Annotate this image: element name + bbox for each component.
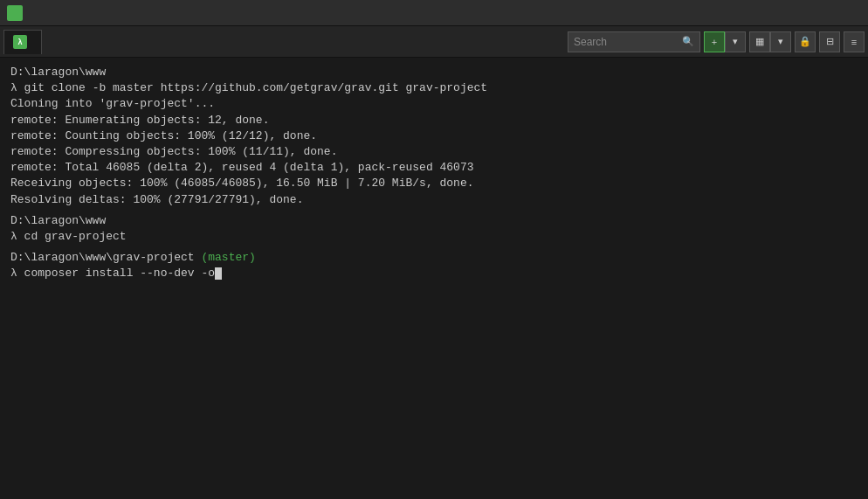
terminal-line: remote: Total 46085 (delta 2), reused 4 … <box>10 160 858 176</box>
search-input[interactable] <box>574 36 679 48</box>
terminal-line: Cloning into 'grav-project'... <box>10 96 858 112</box>
tab-dropdown-button[interactable]: ▾ <box>725 31 746 52</box>
terminal-line: D:\laragon\www <box>10 65 858 80</box>
search-icon: 🔍 <box>682 36 694 47</box>
tab-icon: λ <box>13 35 27 49</box>
terminal-line: Receiving objects: 100% (46085/46085), 1… <box>10 176 858 191</box>
toolbar-group: + ▾ <box>704 31 746 52</box>
app-icon <box>7 5 23 21</box>
terminal-line: remote: Enumerating objects: 12, done. <box>10 113 858 128</box>
tab-bar: λ 🔍 + ▾ ▦ ▾ 🔒 ⊟ ≡ <box>0 26 868 58</box>
search-box: 🔍 <box>568 31 700 52</box>
close-button[interactable] <box>821 0 861 26</box>
search-area: 🔍 + ▾ ▦ ▾ 🔒 ⊟ ≡ <box>568 31 865 52</box>
window-controls <box>737 0 861 26</box>
terminal-line: λ git clone -b master https://github.com… <box>10 80 858 96</box>
view-group: ▦ ▾ <box>749 31 791 52</box>
terminal-line: D:\laragon\www\grav-project (master) <box>10 250 858 266</box>
title-bar <box>0 0 868 26</box>
view-button[interactable]: ▦ <box>749 31 770 52</box>
view-dropdown-button[interactable]: ▾ <box>770 31 791 52</box>
terminal-line: remote: Compressing objects: 100% (11/11… <box>10 144 858 160</box>
terminal[interactable]: D:\laragon\wwwλ git clone -b master http… <box>0 58 868 499</box>
terminal-line: D:\laragon\www <box>10 213 858 229</box>
terminal-line: λ composer install --no-dev -o <box>10 266 858 281</box>
split-button[interactable]: ⊟ <box>819 31 840 52</box>
minimize-button[interactable] <box>737 0 777 26</box>
terminal-line: remote: Counting objects: 100% (12/12), … <box>10 128 858 144</box>
add-tab-button[interactable]: + <box>704 31 725 52</box>
terminal-line: λ cd grav-project <box>10 229 858 245</box>
tab-grav-project[interactable]: λ <box>3 30 42 54</box>
maximize-button[interactable] <box>779 0 819 26</box>
menu-button[interactable]: ≡ <box>844 31 865 52</box>
lock-button[interactable]: 🔒 <box>795 31 816 52</box>
terminal-line: Resolving deltas: 100% (27791/27791), do… <box>10 192 858 208</box>
